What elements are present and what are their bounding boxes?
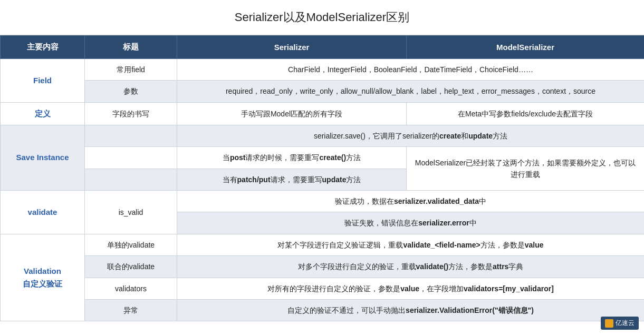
table-row: 参数 required，read_only，write_only，allow_n… <box>1 81 645 102</box>
table-row: 异常 自定义的验证不通过，可以手动抛出serializer.Validation… <box>1 299 645 321</box>
validation-single-content: 对某个字段进行自定义验证逻辑，重载validate_<field-name>方法… <box>177 234 645 255</box>
table-row: 当post请求的时候，需要重写create()方法 ModelSerialize… <box>1 147 645 169</box>
save-main-label: Save Instance <box>1 125 85 190</box>
define-sub: 字段的书写 <box>85 102 177 125</box>
field-params-content: required，read_only，write_only，allow_null… <box>177 81 645 102</box>
field-main-label: Field <box>1 59 85 103</box>
validation-single-sub: 单独的validate <box>85 234 177 255</box>
save-create-sub <box>85 147 177 169</box>
watermark-icon <box>605 319 613 322</box>
header-serializer: Serializer <box>177 36 407 59</box>
save-top-sub <box>85 125 177 146</box>
table-row: Validation 自定义验证 单独的validate 对某个字段进行自定义验… <box>1 234 645 255</box>
table-row: validate is_valid 验证成功，数据在serializer.val… <box>1 190 645 212</box>
define-mod-content: 在Meta中写参数fields/exclude去配置字段 <box>407 102 645 125</box>
validation-main-label: Validation 自定义验证 <box>1 234 85 321</box>
save-create-content: 当post请求的时候，需要重写create()方法 <box>177 147 407 169</box>
page-title: Serializer以及ModelSerializer区别 <box>0 0 644 35</box>
field-common-sub: 常用field <box>85 59 177 81</box>
field-common-content: CharField，IntegerField，BooleanField，Date… <box>177 59 645 81</box>
validate-success-content: 验证成功，数据在serializer.validated_data中 <box>177 190 645 212</box>
header-main: 主要内容 <box>1 36 85 59</box>
table-row: 定义 字段的书写 手动写跟Model匹配的所有字段 在Meta中写参数field… <box>1 102 645 125</box>
validation-combined-content: 对多个字段进行自定义的验证，重载validate()方法，参数是attrs字典 <box>177 256 645 278</box>
validation-exception-sub: 异常 <box>85 299 177 321</box>
table-row: 联合的validate 对多个字段进行自定义的验证，重载validate()方法… <box>1 256 645 278</box>
save-update-content: 当有patch/put请求，需要重写update方法 <box>177 169 407 190</box>
save-update-sub <box>85 169 177 190</box>
define-ser-content: 手动写跟Model匹配的所有字段 <box>177 102 407 125</box>
table-header-row: 主要内容 标题 Serializer ModelSerializer <box>1 36 645 59</box>
header-sub: 标题 <box>85 36 177 59</box>
watermark: 亿速云 <box>601 317 639 321</box>
watermark-text: 亿速云 <box>616 319 635 321</box>
validate-main-label: validate <box>1 190 85 234</box>
define-main-label: 定义 <box>1 102 85 125</box>
validation-validators-content: 对所有的字段进行自定义的验证，参数是value，在字段增加validators=… <box>177 278 645 299</box>
table-row: Field 常用field CharField，IntegerField，Boo… <box>1 59 645 81</box>
page-wrapper: Serializer以及ModelSerializer区别 主要内容 标题 Se… <box>0 0 644 321</box>
table-row: validators 对所有的字段进行自定义的验证，参数是value，在字段增加… <box>1 278 645 299</box>
comparison-table: 主要内容 标题 Serializer ModelSerializer Field… <box>0 35 644 321</box>
header-modelserializer: ModelSerializer <box>407 36 645 59</box>
save-mod-content: ModelSerializer已经封装了这两个方法，如果需要额外定义，也可以进行… <box>407 147 645 191</box>
validate-sub: is_valid <box>85 190 177 234</box>
validate-fail-content: 验证失败，错误信息在serializer.error中 <box>177 212 645 234</box>
validation-validators-sub: validators <box>85 278 177 299</box>
table-row: Save Instance serializer.save()，它调用了seri… <box>1 125 645 146</box>
save-top-content: serializer.save()，它调用了serializer的create和… <box>177 125 645 146</box>
field-params-sub: 参数 <box>85 81 177 102</box>
validation-combined-sub: 联合的validate <box>85 256 177 278</box>
validation-exception-content: 自定义的验证不通过，可以手动抛出serializer.ValidationErr… <box>177 299 645 321</box>
